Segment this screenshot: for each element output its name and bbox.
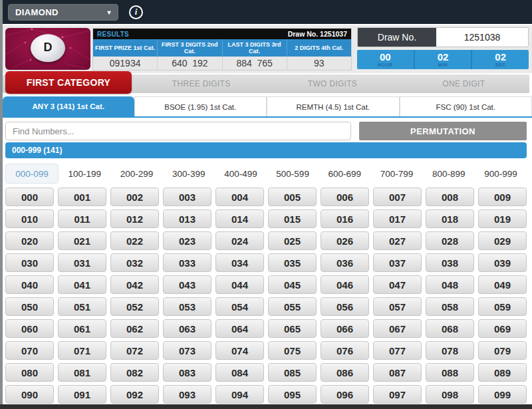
number-cell-092[interactable]: 092 bbox=[110, 385, 159, 404]
number-cell-038[interactable]: 038 bbox=[426, 253, 474, 272]
number-cell-075[interactable]: 075 bbox=[268, 341, 317, 360]
number-cell-070[interactable]: 070 bbox=[5, 341, 54, 360]
subtab-bsoe[interactable]: BSOE (1.95) 1st Cat. bbox=[134, 96, 267, 116]
number-cell-002[interactable]: 002 bbox=[110, 188, 159, 206]
number-cell-066[interactable]: 066 bbox=[321, 319, 369, 338]
number-cell-015[interactable]: 015 bbox=[268, 209, 317, 228]
number-cell-000[interactable]: 000 bbox=[5, 188, 54, 206]
number-cell-081[interactable]: 081 bbox=[58, 363, 106, 382]
number-cell-056[interactable]: 056 bbox=[321, 297, 369, 316]
number-cell-093[interactable]: 093 bbox=[163, 385, 211, 404]
category-tab-three-digits[interactable]: THREE DIGITS bbox=[136, 79, 267, 88]
number-cell-016[interactable]: 016 bbox=[321, 209, 369, 228]
number-cell-077[interactable]: 077 bbox=[373, 341, 422, 360]
number-cell-024[interactable]: 024 bbox=[215, 231, 264, 250]
number-cell-058[interactable]: 058 bbox=[426, 297, 474, 316]
category-tab-first-category[interactable]: FIRST CATEGORY bbox=[5, 71, 132, 94]
subtab-remth[interactable]: REMTH (4.5) 1st Cat. bbox=[267, 96, 400, 116]
number-cell-062[interactable]: 062 bbox=[110, 319, 159, 338]
number-cell-030[interactable]: 030 bbox=[5, 253, 54, 272]
number-cell-080[interactable]: 080 bbox=[5, 363, 54, 382]
number-cell-032[interactable]: 032 bbox=[110, 253, 159, 272]
number-cell-072[interactable]: 072 bbox=[110, 341, 159, 360]
number-cell-048[interactable]: 048 bbox=[426, 275, 474, 294]
number-cell-069[interactable]: 069 bbox=[478, 319, 527, 338]
number-cell-096[interactable]: 096 bbox=[321, 385, 369, 404]
number-cell-090[interactable]: 090 bbox=[5, 385, 54, 404]
number-cell-036[interactable]: 036 bbox=[321, 253, 369, 272]
number-cell-012[interactable]: 012 bbox=[110, 209, 159, 228]
number-cell-084[interactable]: 084 bbox=[215, 363, 264, 382]
range-tab-500-599[interactable]: 500-599 bbox=[267, 164, 319, 184]
number-cell-006[interactable]: 006 bbox=[321, 188, 369, 206]
number-cell-097[interactable]: 097 bbox=[373, 385, 422, 404]
number-cell-034[interactable]: 034 bbox=[215, 253, 264, 272]
number-cell-095[interactable]: 095 bbox=[268, 385, 317, 404]
number-cell-064[interactable]: 064 bbox=[215, 319, 264, 338]
number-cell-026[interactable]: 026 bbox=[321, 231, 369, 250]
permutation-button[interactable]: PERMUTATION bbox=[359, 122, 527, 140]
number-cell-094[interactable]: 094 bbox=[215, 385, 264, 404]
number-cell-082[interactable]: 082 bbox=[110, 363, 159, 382]
number-cell-089[interactable]: 089 bbox=[478, 363, 527, 382]
number-cell-007[interactable]: 007 bbox=[373, 188, 422, 206]
number-cell-052[interactable]: 052 bbox=[110, 297, 159, 316]
number-cell-023[interactable]: 023 bbox=[163, 231, 211, 250]
number-cell-054[interactable]: 054 bbox=[215, 297, 264, 316]
number-cell-013[interactable]: 013 bbox=[163, 209, 211, 228]
number-cell-029[interactable]: 029 bbox=[478, 231, 527, 250]
range-tab-300-399[interactable]: 300-399 bbox=[163, 164, 215, 184]
category-tab-one-digit[interactable]: ONE DIGIT bbox=[398, 79, 529, 88]
number-cell-067[interactable]: 067 bbox=[373, 319, 422, 338]
number-cell-057[interactable]: 057 bbox=[373, 297, 422, 316]
number-cell-045[interactable]: 045 bbox=[268, 275, 317, 294]
number-cell-020[interactable]: 020 bbox=[5, 231, 54, 250]
number-cell-087[interactable]: 087 bbox=[373, 363, 422, 382]
number-cell-085[interactable]: 085 bbox=[268, 363, 317, 382]
number-cell-073[interactable]: 073 bbox=[163, 341, 211, 360]
number-cell-051[interactable]: 051 bbox=[58, 297, 106, 316]
number-cell-010[interactable]: 010 bbox=[5, 209, 54, 228]
number-cell-059[interactable]: 059 bbox=[478, 297, 527, 316]
range-tab-800-899[interactable]: 800-899 bbox=[423, 164, 475, 184]
number-cell-086[interactable]: 086 bbox=[321, 363, 369, 382]
range-tab-200-299[interactable]: 200-299 bbox=[110, 164, 162, 184]
range-tab-700-799[interactable]: 700-799 bbox=[370, 164, 422, 184]
category-tab-two-digits[interactable]: TWO DIGITS bbox=[267, 79, 398, 88]
number-cell-039[interactable]: 039 bbox=[478, 253, 527, 272]
number-cell-055[interactable]: 055 bbox=[268, 297, 317, 316]
number-cell-071[interactable]: 071 bbox=[58, 341, 106, 360]
number-cell-063[interactable]: 063 bbox=[163, 319, 211, 338]
find-numbers-input[interactable] bbox=[5, 122, 351, 140]
number-cell-009[interactable]: 009 bbox=[478, 188, 527, 206]
info-icon[interactable]: i bbox=[129, 5, 143, 19]
number-cell-035[interactable]: 035 bbox=[268, 253, 317, 272]
subtab-fsc[interactable]: FSC (90) 1st Cat. bbox=[400, 96, 532, 116]
number-cell-068[interactable]: 068 bbox=[426, 319, 474, 338]
number-cell-021[interactable]: 021 bbox=[58, 231, 106, 250]
number-cell-017[interactable]: 017 bbox=[373, 209, 422, 228]
number-cell-019[interactable]: 019 bbox=[478, 209, 527, 228]
number-cell-018[interactable]: 018 bbox=[426, 209, 474, 228]
number-cell-099[interactable]: 099 bbox=[478, 385, 527, 404]
number-cell-043[interactable]: 043 bbox=[163, 275, 211, 294]
number-cell-014[interactable]: 014 bbox=[215, 209, 264, 228]
number-cell-033[interactable]: 033 bbox=[163, 253, 211, 272]
number-cell-037[interactable]: 037 bbox=[373, 253, 422, 272]
number-cell-076[interactable]: 076 bbox=[321, 341, 369, 360]
number-cell-083[interactable]: 083 bbox=[163, 363, 211, 382]
number-cell-001[interactable]: 001 bbox=[58, 188, 106, 206]
number-cell-041[interactable]: 041 bbox=[58, 275, 106, 294]
number-cell-046[interactable]: 046 bbox=[321, 275, 369, 294]
range-tab-900-999[interactable]: 900-999 bbox=[475, 164, 527, 184]
number-cell-040[interactable]: 040 bbox=[5, 275, 54, 294]
number-cell-031[interactable]: 031 bbox=[58, 253, 106, 272]
number-cell-028[interactable]: 028 bbox=[426, 231, 474, 250]
number-cell-022[interactable]: 022 bbox=[110, 231, 159, 250]
number-cell-091[interactable]: 091 bbox=[58, 385, 106, 404]
number-cell-047[interactable]: 047 bbox=[373, 275, 422, 294]
number-cell-050[interactable]: 050 bbox=[5, 297, 54, 316]
number-cell-065[interactable]: 065 bbox=[268, 319, 317, 338]
number-cell-098[interactable]: 098 bbox=[426, 385, 474, 404]
number-cell-011[interactable]: 011 bbox=[58, 209, 106, 228]
